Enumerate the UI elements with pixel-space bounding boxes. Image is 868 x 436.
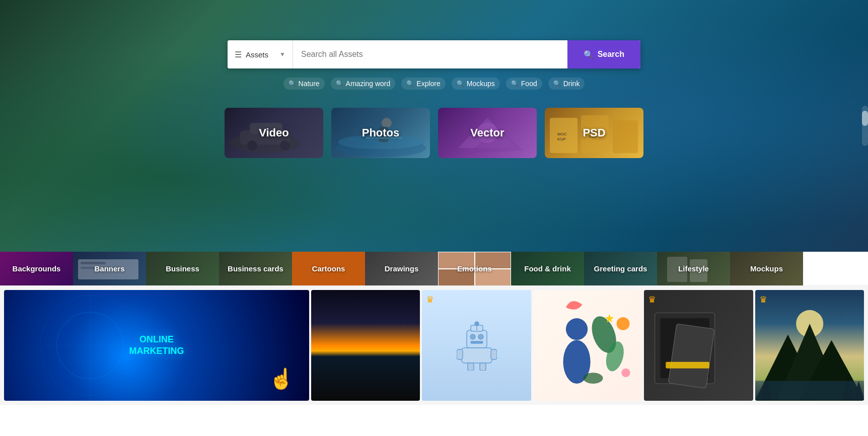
- suggestion-tag-label-3: Mockups: [467, 80, 495, 88]
- nav-label-emotions: Emotions: [457, 264, 491, 273]
- svg-text:KUP: KUP: [557, 137, 566, 141]
- svg-rect-21: [81, 262, 106, 264]
- svg-point-3: [247, 140, 257, 151]
- crown-badge-mountain: ♛: [759, 294, 767, 305]
- cat-card-label-photos: Photos: [362, 126, 400, 139]
- svg-point-45: [616, 317, 629, 330]
- search-filter-dropdown[interactable]: ☰ Assets ▼: [228, 40, 293, 68]
- suggestion-nature[interactable]: 🔍 Nature: [283, 78, 325, 90]
- svg-point-42: [566, 318, 588, 340]
- svg-point-30: [470, 334, 475, 339]
- tag-search-icon-0: 🔍: [288, 80, 296, 87]
- nav-label-mockups: Mockups: [750, 264, 783, 273]
- nav-label-drawings: Drawings: [385, 264, 419, 273]
- suggestion-tag-label-4: Food: [521, 80, 537, 88]
- suggestion-tag-label-0: Nature: [299, 80, 320, 88]
- svg-rect-34: [457, 349, 463, 359]
- suggestion-mockups[interactable]: 🔍 Mockups: [452, 78, 500, 90]
- nav-item-drawings[interactable]: Drawings: [365, 252, 438, 286]
- nav-item-business[interactable]: Business: [146, 252, 219, 286]
- suggestion-drink[interactable]: 🔍 Drink: [548, 78, 585, 90]
- nav-label-cartoons: Cartoons: [312, 264, 345, 273]
- category-cards: Video Photos: [225, 108, 643, 158]
- preview-night-city[interactable]: [311, 290, 420, 401]
- dropdown-arrow-icon: ▼: [279, 51, 285, 58]
- nav-label-greeting-cards: Greeting cards: [594, 264, 647, 273]
- svg-point-46: [583, 373, 603, 384]
- svg-rect-37: [480, 363, 486, 371]
- nav-item-backgrounds[interactable]: Backgrounds: [0, 252, 73, 286]
- tag-search-icon-1: 🔍: [336, 80, 343, 87]
- scroll-thumb: [862, 111, 868, 126]
- svg-rect-15: [613, 120, 638, 153]
- crown-badge-robot: ♛: [426, 294, 434, 305]
- suggestion-food[interactable]: 🔍 Food: [506, 78, 542, 90]
- preview-grid: ONLINEMARKETING ☝ ♛: [0, 286, 868, 405]
- cat-card-label-vector: Vector: [470, 126, 504, 139]
- svg-rect-36: [468, 363, 474, 371]
- preview-cards-bw[interactable]: ♛: [644, 290, 753, 401]
- search-input[interactable]: [293, 40, 567, 68]
- nav-label-food-drink: Food & drink: [524, 264, 571, 273]
- svg-rect-35: [491, 349, 497, 359]
- nav-item-banners[interactable]: Banners: [73, 252, 146, 286]
- nav-item-food-drink[interactable]: Food & drink: [511, 252, 584, 286]
- filter-label: Assets: [246, 50, 275, 59]
- mountain-svg: [755, 290, 864, 401]
- nav-label-backgrounds: Backgrounds: [13, 264, 61, 273]
- cat-card-psd[interactable]: MOC KUP MOC KUP PSD: [545, 108, 643, 158]
- search-button[interactable]: 🔍 Search: [567, 40, 640, 68]
- nav-item-cartoons[interactable]: Cartoons: [292, 252, 365, 286]
- tag-search-icon-3: 🔍: [457, 80, 464, 87]
- suggestion-tag-label-2: Explore: [416, 80, 440, 88]
- suggestion-tag-label-1: Amazing word: [346, 80, 391, 88]
- nav-item-lifestyle[interactable]: Lifestyle: [657, 252, 730, 286]
- search-button-label: Search: [598, 50, 624, 59]
- art-svg: [533, 290, 642, 401]
- nav-label-business: Business: [166, 264, 199, 273]
- cat-card-vector[interactable]: Vector: [438, 108, 537, 158]
- preview-art[interactable]: [533, 290, 642, 401]
- preview-marketing[interactable]: ONLINEMARKETING ☝: [4, 290, 309, 401]
- svg-rect-33: [462, 348, 492, 363]
- nav-label-banners: Banners: [94, 264, 124, 273]
- svg-point-40: [475, 322, 479, 326]
- svg-rect-29: [467, 330, 487, 348]
- cat-card-video[interactable]: Video: [225, 108, 323, 158]
- cat-card-label-psd: PSD: [583, 126, 605, 139]
- tag-search-icon-5: 🔍: [553, 80, 561, 87]
- robot-svg: [457, 320, 497, 371]
- suggestion-tags: 🔍 Nature 🔍 Amazing word 🔍 Explore 🔍 Mock…: [283, 78, 585, 90]
- search-bar: ☰ Assets ▼ 🔍 Search: [228, 40, 640, 68]
- search-icon: 🔍: [584, 50, 594, 59]
- nav-item-greeting-cards[interactable]: Greeting cards: [584, 252, 657, 286]
- svg-point-47: [621, 369, 630, 377]
- nav-item-emotions[interactable]: Emotions: [438, 252, 511, 286]
- cat-card-label-video: Video: [259, 126, 289, 139]
- svg-rect-59: [755, 381, 864, 400]
- filter-icon: ☰: [235, 50, 242, 59]
- svg-rect-32: [471, 341, 483, 343]
- nav-item-business-cards[interactable]: Business cards: [219, 252, 292, 286]
- suggestion-tag-label-5: Drink: [563, 80, 580, 88]
- svg-point-4: [280, 140, 290, 151]
- nav-item-mockups[interactable]: Mockups: [730, 252, 803, 286]
- svg-text:MOC: MOC: [557, 132, 567, 136]
- svg-rect-51: [666, 362, 709, 369]
- tag-search-icon-4: 🔍: [511, 80, 519, 87]
- svg-point-31: [478, 334, 483, 339]
- svg-rect-50: [669, 324, 715, 388]
- tag-search-icon-2: 🔍: [406, 80, 414, 87]
- scroll-indicator[interactable]: [862, 106, 868, 146]
- cards-svg: [644, 290, 753, 401]
- cat-card-photos[interactable]: Photos: [331, 108, 430, 158]
- preview-robot[interactable]: ♛: [422, 290, 531, 401]
- nav-label-business-cards: Business cards: [228, 264, 283, 273]
- suggestion-explore[interactable]: 🔍 Explore: [401, 78, 445, 90]
- crown-badge-cards: ♛: [648, 294, 656, 305]
- circuit-overlay: [4, 290, 309, 401]
- suggestion-amazing[interactable]: 🔍 Amazing word: [331, 78, 396, 90]
- nav-label-lifestyle: Lifestyle: [678, 264, 709, 273]
- category-nav: Backgrounds Banners Business Business ca…: [0, 252, 868, 286]
- preview-mountain[interactable]: ♛: [755, 290, 864, 401]
